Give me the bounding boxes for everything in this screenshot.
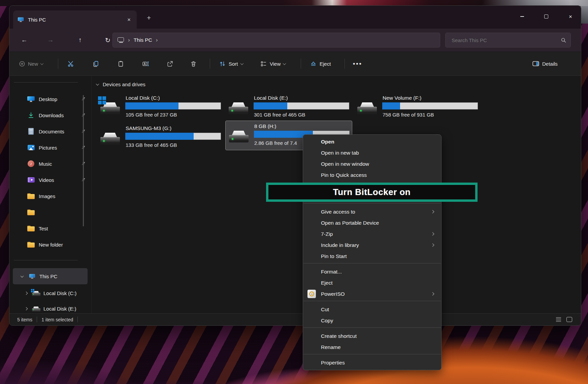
sidebar-item-unnamed-folder[interactable] <box>9 204 91 220</box>
tab-title: This PC <box>28 17 125 23</box>
sidebar-item-images[interactable]: Images <box>9 188 91 204</box>
desktop-icon <box>27 96 35 102</box>
videos-icon <box>28 177 35 183</box>
capacity-bar <box>254 102 349 109</box>
chevron-down-icon[interactable] <box>96 82 99 86</box>
menu-item-label: Open in new tab <box>321 150 359 156</box>
share-button[interactable] <box>165 58 175 70</box>
back-button[interactable]: ← <box>18 34 30 46</box>
search-icon[interactable] <box>560 37 566 43</box>
menu-item-eject[interactable]: Eject <box>303 277 441 288</box>
submenu-arrow-icon <box>431 210 434 214</box>
chevron-right-icon[interactable] <box>24 307 28 310</box>
menu-item-cut[interactable]: Cut <box>303 304 441 315</box>
menu-item-pin-to-quick-access[interactable]: Pin to Quick access <box>303 169 441 181</box>
group-header-devices-and-drives[interactable]: Devices and drives <box>96 82 145 87</box>
tree-item-label: This PC <box>39 274 57 279</box>
menu-item-open[interactable]: Open <box>303 136 441 147</box>
new-tab-button[interactable]: + <box>143 13 154 23</box>
copy-button[interactable] <box>91 58 101 70</box>
menu-item-include-in-library[interactable]: Include in library <box>303 239 441 251</box>
view-button[interactable]: View <box>259 58 287 70</box>
close-button[interactable]: × <box>565 12 576 21</box>
chevron-down-icon[interactable] <box>20 274 24 278</box>
sidebar-item-documents[interactable]: Documents <box>9 123 91 139</box>
menu-item-7-zip[interactable]: 7-Zip <box>303 228 441 239</box>
sort-button[interactable]: Sort <box>218 58 244 70</box>
menu-separator <box>303 354 441 354</box>
breadcrumb-this-pc[interactable]: This PC <box>134 37 152 43</box>
large-icons-view-toggle[interactable] <box>566 317 572 322</box>
refresh-button[interactable]: ↻ <box>102 34 114 46</box>
menu-item-format[interactable]: Format... <box>303 266 441 277</box>
sidebar-item-label: Videos <box>39 177 54 183</box>
drive-tile-local-disk-c[interactable]: Local Disk (C:) 105 GB free of 237 GB <box>97 93 224 122</box>
search-box[interactable] <box>445 33 571 47</box>
menu-item-open-in-new-window[interactable]: Open in new window <box>303 158 441 169</box>
sidebar-divider <box>14 260 78 260</box>
drive-tile-samsung-m3-g[interactable]: SAMSUNG-M3 (G:) 133 GB free of 465 GB <box>97 123 224 153</box>
cut-button[interactable] <box>66 58 76 70</box>
menu-item-label: 7-Zip <box>321 231 333 237</box>
drive-free-space: 2.86 GB free of 7.4 <box>254 140 297 146</box>
minimize-button[interactable] <box>516 12 528 21</box>
menu-item-properties[interactable]: Properties <box>303 357 441 368</box>
sidebar-item-new-folder[interactable]: New folder <box>9 236 91 253</box>
menu-item-label: Pin to Start <box>321 253 347 259</box>
menu-item-label: Open in new window <box>321 161 369 167</box>
menu-item-turn-bitlocker-on-highlighted[interactable]: Turn BitLocker on <box>266 183 478 202</box>
sidebar-item-videos[interactable]: Videos <box>9 172 91 188</box>
sidebar-scrollbar[interactable] <box>83 95 84 226</box>
this-pc-icon <box>18 17 24 22</box>
menu-item-create-shortcut[interactable]: Create shortcut <box>303 330 441 342</box>
tree-item-local-disk-c[interactable]: Local Disk (C:) <box>13 285 88 301</box>
menu-item-give-access-to[interactable]: Give access to <box>303 206 441 217</box>
submenu-arrow-icon <box>431 232 434 236</box>
eject-icon <box>310 60 317 67</box>
drive-free-space: 758 GB free of 931 GB <box>383 112 434 118</box>
forward-button[interactable]: → <box>44 34 57 46</box>
rename-button[interactable] <box>141 58 151 70</box>
up-button[interactable]: ↑ <box>74 34 86 46</box>
delete-button[interactable] <box>189 58 198 70</box>
menu-item-copy[interactable]: Copy <box>303 315 441 326</box>
eject-button[interactable]: Eject <box>308 58 332 70</box>
sidebar-item-label: Music <box>39 161 52 167</box>
breadcrumb-chevron-icon[interactable]: › <box>156 37 158 43</box>
folder-icon <box>27 242 35 248</box>
new-button[interactable]: New <box>18 58 44 70</box>
drive-tile-local-disk-e[interactable]: Local Disk (E:) 301 GB free of 465 GB <box>225 93 352 122</box>
tab-this-pc[interactable]: This PC × <box>13 10 137 29</box>
menu-item-poweriso[interactable]: PowerISO <box>303 288 441 299</box>
sidebar-item-downloads[interactable]: Downloads <box>9 107 91 123</box>
menu-item-open-as-portable-device[interactable]: Open as Portable Device <box>303 217 441 228</box>
plus-circle-icon <box>19 61 25 67</box>
maximize-button[interactable] <box>541 12 552 21</box>
sidebar-item-desktop[interactable]: Desktop <box>9 91 91 107</box>
address-bar[interactable]: › This PC › <box>112 33 440 47</box>
drive-e-icon <box>32 306 40 312</box>
menu-item-pin-to-start[interactable]: Pin to Start <box>303 251 441 262</box>
drive-name: SAMSUNG-M3 (G:) <box>126 125 171 131</box>
menu-item-open-in-new-tab[interactable]: Open in new tab <box>303 147 441 158</box>
search-input[interactable] <box>451 37 560 43</box>
sidebar-item-pictures[interactable]: Pictures <box>9 139 91 156</box>
chevron-right-icon[interactable] <box>24 291 28 295</box>
more-options-button[interactable]: ••• <box>352 58 364 70</box>
paste-button[interactable] <box>116 58 126 70</box>
menu-item-rename[interactable]: Rename <box>303 342 441 353</box>
menu-item-label: Properties <box>321 360 345 366</box>
new-label: New <box>28 61 38 67</box>
menu-item-label: Give access to <box>321 209 355 215</box>
tree-item-this-pc[interactable]: This PC <box>13 268 88 284</box>
sidebar-item-music[interactable]: ♪ Music <box>9 156 91 172</box>
tab-close-icon[interactable]: × <box>125 16 133 23</box>
drive-tile-new-volume-f[interactable]: New Volume (F:) 758 GB free of 931 GB <box>354 93 481 122</box>
maximize-icon <box>544 14 548 19</box>
details-view-toggle[interactable] <box>556 317 561 322</box>
chevron-down-icon <box>40 62 44 65</box>
pinned-items-list: Desktop Downloads Documents Pictures ♪ M… <box>9 91 91 253</box>
sidebar-item-test[interactable]: Test <box>9 220 91 236</box>
details-pane-button[interactable]: Details <box>531 58 559 70</box>
ellipsis-icon: ••• <box>353 60 362 67</box>
